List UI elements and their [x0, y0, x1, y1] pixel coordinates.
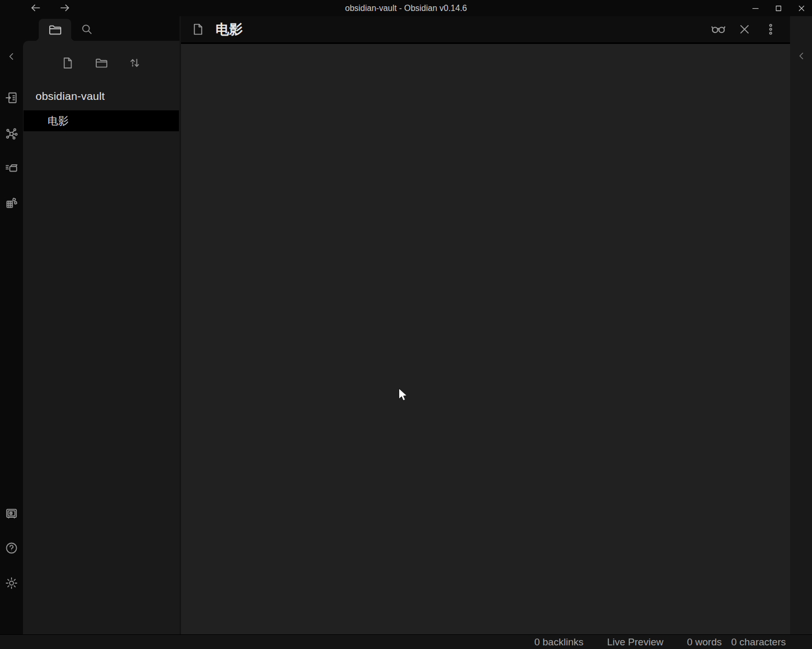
tab-search[interactable] [76, 19, 97, 39]
titlebar: obsidian-vault - Obsidian v0.14.6 [0, 0, 812, 16]
open-vault-button[interactable] [0, 504, 23, 523]
note-title: 电影 [216, 20, 243, 39]
gear-icon [5, 576, 18, 590]
new-note-button[interactable] [61, 55, 75, 70]
close-pane-button[interactable] [736, 21, 752, 38]
sort-order-button[interactable] [128, 55, 142, 70]
editor-mode-status[interactable]: Live Preview [607, 636, 663, 648]
document-icon [191, 22, 204, 37]
editor-content[interactable] [181, 45, 790, 634]
random-note-grid-icon [5, 196, 18, 210]
folder-icon [48, 22, 62, 37]
backlinks-status[interactable]: 0 backlinks [534, 636, 583, 648]
random-note-button[interactable] [0, 193, 23, 213]
window-controls [748, 0, 809, 16]
sidebar-tab-strip [23, 16, 179, 41]
more-options-button[interactable] [762, 21, 779, 38]
maximize-icon [774, 4, 783, 13]
vault-icon [5, 507, 18, 520]
left-sidebar: obsidian-vault 电影 [23, 16, 179, 634]
new-folder-button[interactable] [94, 55, 109, 70]
search-icon [80, 22, 94, 36]
file-explorer-panel: obsidian-vault 电影 [23, 41, 179, 634]
help-button[interactable] [0, 538, 23, 558]
graph-icon [5, 127, 18, 140]
zettelkasten-note-button[interactable] [0, 158, 23, 178]
quick-switcher-icon [5, 91, 18, 105]
file-explorer-actions [23, 55, 179, 70]
collapse-left-sidebar-button[interactable] [0, 47, 23, 66]
view-header: 电影 [181, 16, 790, 44]
help-icon [5, 541, 18, 555]
window-title: obsidian-vault - Obsidian v0.14.6 [0, 0, 812, 16]
chevron-left-icon [796, 50, 807, 62]
tab-file-explorer[interactable] [39, 19, 71, 41]
status-bar: 0 backlinks Live Preview 0 words 0 chara… [0, 634, 812, 649]
close-icon [797, 4, 806, 13]
quick-switcher-button[interactable] [0, 88, 23, 108]
file-item-label: 电影 [48, 114, 69, 128]
graph-view-button[interactable] [0, 123, 23, 143]
left-ribbon [0, 16, 23, 634]
word-count-status: 0 words [687, 636, 722, 648]
view-header-actions [710, 21, 779, 38]
file-item-selected[interactable]: 电影 [24, 110, 179, 131]
maximize-button[interactable] [771, 2, 786, 15]
chevron-left-icon [6, 51, 17, 62]
character-count-status: 0 characters [731, 636, 786, 648]
expand-right-sidebar-button[interactable] [792, 47, 811, 65]
minimize-button[interactable] [748, 2, 763, 15]
settings-button[interactable] [0, 573, 23, 593]
reading-view-button[interactable] [710, 21, 726, 38]
obsidian-window: obsidian-vault - Obsidian v0.14.6 [0, 0, 812, 649]
zettel-cards-icon [5, 161, 18, 175]
vault-root-item[interactable]: obsidian-vault [36, 90, 105, 103]
minimize-icon [751, 4, 760, 13]
close-window-button[interactable] [794, 2, 809, 15]
main-pane: 电影 [181, 16, 790, 634]
right-sidebar-collapsed [790, 16, 812, 634]
